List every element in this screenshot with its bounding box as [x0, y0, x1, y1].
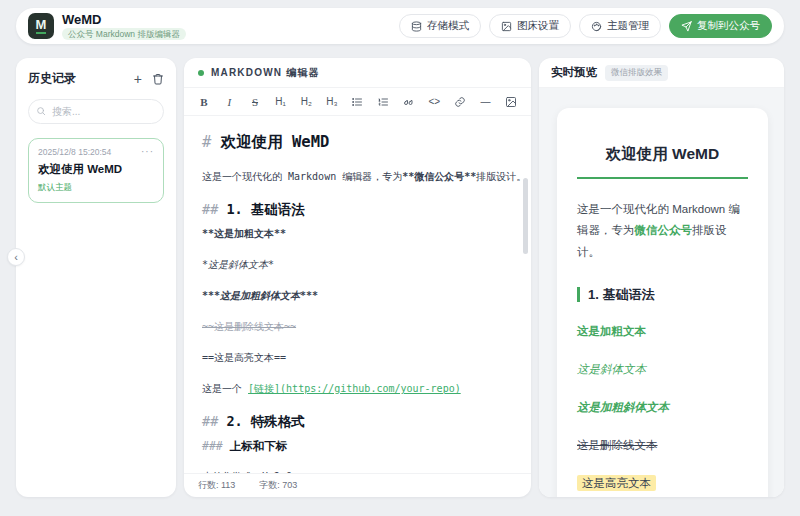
heading1-button[interactable]: H₁ — [269, 92, 293, 112]
md-link[interactable]: [链接](https://github.com/your-repo) — [248, 383, 461, 394]
history-item-title: 欢迎使用 WeMD — [38, 162, 154, 177]
ordered-list-button[interactable] — [371, 92, 395, 112]
history-search — [28, 99, 164, 124]
preview-bold: 这是加粗文本 — [577, 324, 748, 339]
editor-toolbar: B I S H₁ H₂ H₃ <> — — [184, 88, 531, 116]
trash-icon — [152, 73, 164, 85]
insert-image-icon — [505, 96, 517, 108]
history-item-timestamp: 2025/12/8 15:20:54 — [38, 147, 111, 157]
md-line-italic: *这是斜体文本* — [202, 258, 513, 272]
preview-intro: 这是一个现代化的 Markdown 编辑器，专为微信公众号排版设计。 — [577, 199, 748, 263]
search-icon — [36, 106, 46, 116]
ordered-list-icon — [377, 96, 389, 108]
preview-h2-basic: 1. 基础语法 — [577, 287, 748, 303]
delete-history-button[interactable] — [152, 73, 164, 85]
preview-highlight-line: 这是高亮文本 — [577, 476, 748, 491]
image-host-icon — [501, 21, 512, 32]
md-line-bold: **这是加粗文本** — [202, 227, 513, 241]
new-document-button[interactable]: + — [134, 72, 142, 86]
image-host-settings-button[interactable]: 图床设置 — [489, 14, 571, 38]
app-title-block: WeMD 公众号 Markdown 排版编辑器 — [62, 13, 186, 40]
history-sidebar: 历史记录 + 2025/12/8 15:20:54 ··· 欢迎使用 WeMD … — [16, 58, 176, 497]
search-input[interactable] — [28, 99, 164, 124]
editor-scrollbar-thumb[interactable] — [523, 178, 528, 254]
blockquote-button[interactable] — [397, 92, 421, 112]
preview-scroll-area[interactable]: 欢迎使用 WeMD 这是一个现代化的 Markdown 编辑器，专为微信公众号排… — [539, 88, 784, 497]
link-icon — [454, 96, 466, 108]
app-logo-icon: M — [28, 13, 54, 39]
md-line-intro: 这是一个现代化的 Markdown 编辑器，专为**微信公众号**排版设计。 — [202, 170, 513, 184]
copy-to-wechat-label: 复制到公众号 — [697, 19, 760, 33]
image-host-label: 图床设置 — [517, 19, 559, 33]
link-button[interactable] — [448, 92, 472, 112]
storage-mode-label: 存储模式 — [427, 19, 469, 33]
bullet-list-button[interactable] — [346, 92, 370, 112]
horizontal-rule-button[interactable]: — — [474, 92, 498, 112]
line-count: 行数: 113 — [198, 479, 235, 492]
heading2-button[interactable]: H₂ — [294, 92, 318, 112]
app-header: M WeMD 公众号 Markdown 排版编辑器 存储模式 图床设置 主题管理… — [16, 8, 784, 44]
markdown-source-area[interactable]: # 欢迎使用 WeMD 这是一个现代化的 Markdown 编辑器，专为**微信… — [184, 116, 531, 473]
app-title: WeMD — [62, 13, 186, 27]
history-item-menu-button[interactable]: ··· — [141, 149, 154, 155]
md-line-link: 这是一个 [链接](https://github.com/your-repo) — [202, 382, 513, 396]
bullet-list-icon — [351, 96, 363, 108]
heading3-button[interactable]: H₃ — [320, 92, 344, 112]
insert-image-button[interactable] — [499, 92, 523, 112]
storage-mode-button[interactable]: 存储模式 — [399, 14, 481, 38]
history-item-theme-tag: 默认主题 — [38, 182, 154, 194]
code-button[interactable]: <> — [422, 92, 446, 112]
editor-status-bar: 行数: 113 字数: 703 — [184, 473, 531, 497]
history-item[interactable]: 2025/12/8 15:20:54 ··· 欢迎使用 WeMD 默认主题 — [28, 138, 164, 203]
markdown-editor-panel: MARKDOWN 编辑器 B I S H₁ H₂ H₃ <> — # 欢迎使用 … — [184, 58, 531, 497]
storage-icon — [411, 21, 422, 32]
theme-icon — [591, 21, 602, 32]
md-line-bolditalic: ***这是加粗斜体文本*** — [202, 289, 513, 303]
preview-mode-badge: 微信排版效果 — [605, 65, 668, 81]
chevron-left-icon: ‹ — [14, 251, 18, 263]
preview-document: 欢迎使用 WeMD 这是一个现代化的 Markdown 编辑器，专为微信公众号排… — [557, 108, 768, 497]
editor-panel-title: MARKDOWN 编辑器 — [211, 66, 320, 80]
md-line-h1: # 欢迎使用 WeMD — [202, 132, 513, 153]
preview-bolditalic: 这是加粗斜体文本 — [577, 400, 748, 415]
md-line-h3-supsub: ### 上标和下标 — [202, 439, 513, 454]
bold-button[interactable]: B — [192, 92, 216, 112]
app-subtitle-badge: 公众号 Markdown 排版编辑器 — [62, 28, 186, 40]
italic-button[interactable]: I — [218, 92, 242, 112]
word-count: 字数: 703 — [259, 479, 297, 492]
preview-h1: 欢迎使用 WeMD — [577, 144, 748, 179]
md-line-h2-special: ## 2. 特殊格式 — [202, 413, 513, 431]
history-title: 历史记录 — [28, 70, 76, 87]
preview-strike: 这是删除线文本 — [577, 438, 748, 453]
theme-manager-button[interactable]: 主题管理 — [579, 14, 661, 38]
preview-highlight: 这是高亮文本 — [577, 475, 656, 491]
md-line-highlight: ==这是高亮文本== — [202, 351, 513, 365]
md-line-h2-basic: ## 1. 基础语法 — [202, 201, 513, 219]
md-line-strike: ~~这是删除线文本~~ — [202, 320, 513, 334]
editor-status-dot — [198, 70, 204, 76]
theme-manager-label: 主题管理 — [607, 19, 649, 33]
strikethrough-button[interactable]: S — [243, 92, 267, 112]
send-icon — [681, 21, 692, 32]
live-preview-panel: 实时预览 微信排版效果 欢迎使用 WeMD 这是一个现代化的 Markdown … — [539, 58, 784, 497]
copy-to-wechat-button[interactable]: 复制到公众号 — [669, 14, 772, 38]
preview-panel-title: 实时预览 — [551, 65, 597, 80]
collapse-sidebar-button[interactable]: ‹ — [7, 248, 25, 266]
md-line-chem: 水的化学式：H~2~O — [202, 470, 513, 473]
preview-italic: 这是斜体文本 — [577, 362, 748, 377]
quote-icon — [403, 96, 415, 108]
